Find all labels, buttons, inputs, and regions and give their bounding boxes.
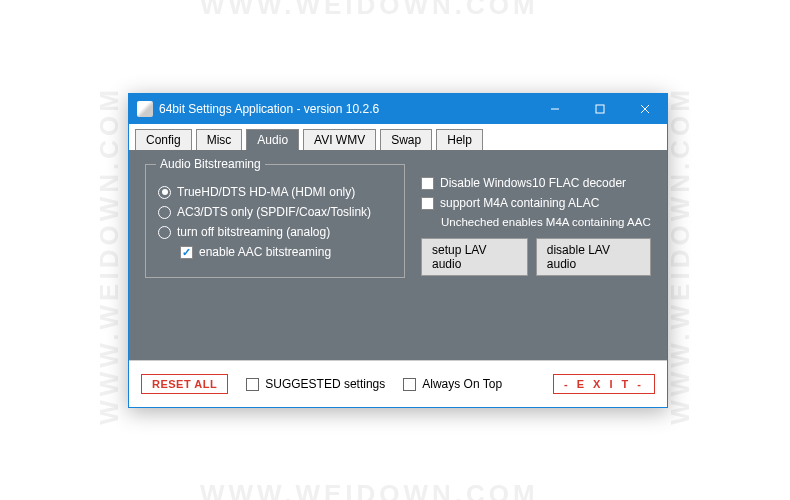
suggested-label: SUGGESTED settings (265, 377, 385, 391)
radio-ac3-label: AC3/DTS only (SPDIF/Coax/Toslink) (177, 205, 371, 219)
group-legend: Audio Bitstreaming (156, 157, 265, 171)
enable-aac-label: enable AAC bitstreaming (199, 245, 331, 259)
checkbox-icon (246, 378, 259, 391)
tabstrip: Config Misc Audio AVI WMV Swap Help (129, 124, 667, 150)
tab-swap[interactable]: Swap (380, 129, 432, 151)
checkbox-icon (403, 378, 416, 391)
radio-truehd-label: TrueHD/DTS HD-MA (HDMI only) (177, 185, 355, 199)
setup-lav-button[interactable]: setup LAV audio (421, 238, 528, 276)
checkbox-always-on-top[interactable]: Always On Top (403, 377, 502, 391)
watermark-bottom: WWW.WEIDOWN.COM (200, 479, 539, 500)
radio-ac3[interactable]: AC3/DTS only (SPDIF/Coax/Toslink) (158, 205, 392, 219)
radio-truehd[interactable]: TrueHD/DTS HD-MA (HDMI only) (158, 185, 392, 199)
svg-rect-1 (596, 105, 604, 113)
radio-icon (158, 186, 171, 199)
tab-config[interactable]: Config (135, 129, 192, 151)
tab-help[interactable]: Help (436, 129, 483, 151)
window-title: 64bit Settings Application - version 10.… (159, 102, 532, 116)
titlebar: 64bit Settings Application - version 10.… (129, 94, 667, 124)
app-icon (137, 101, 153, 117)
app-window: 64bit Settings Application - version 10.… (128, 93, 668, 408)
minimize-button[interactable] (532, 94, 577, 124)
audio-pane: Audio Bitstreaming TrueHD/DTS HD-MA (HDM… (129, 150, 667, 360)
checkbox-icon (421, 197, 434, 210)
always-on-top-label: Always On Top (422, 377, 502, 391)
watermark-left: WWW.WEIDOWN.COM (94, 86, 125, 425)
checkbox-disable-flac[interactable]: Disable Windows10 FLAC decoder (421, 176, 651, 190)
disable-flac-label: Disable Windows10 FLAC decoder (440, 176, 626, 190)
disable-lav-button[interactable]: disable LAV audio (536, 238, 651, 276)
m4a-note: Uncheched enables M4A containing AAC (441, 216, 651, 228)
checkbox-icon (180, 246, 193, 259)
bottombar: RESET ALL SUGGESTED settings Always On T… (129, 360, 667, 407)
right-column: Disable Windows10 FLAC decoder support M… (421, 164, 651, 276)
exit-button[interactable]: - E X I T - (553, 374, 655, 394)
tab-aviwmv[interactable]: AVI WMV (303, 129, 376, 151)
tab-misc[interactable]: Misc (196, 129, 243, 151)
checkbox-support-m4a[interactable]: support M4A containing ALAC (421, 196, 651, 210)
radio-off-label: turn off bitstreaming (analog) (177, 225, 330, 239)
reset-all-button[interactable]: RESET ALL (141, 374, 228, 394)
support-m4a-label: support M4A containing ALAC (440, 196, 599, 210)
checkbox-icon (421, 177, 434, 190)
radio-icon (158, 226, 171, 239)
maximize-button[interactable] (577, 94, 622, 124)
checkbox-enable-aac[interactable]: enable AAC bitstreaming (180, 245, 392, 259)
close-button[interactable] (622, 94, 667, 124)
watermark-right: WWW.WEIDOWN.COM (665, 86, 696, 425)
radio-icon (158, 206, 171, 219)
audio-bitstreaming-group: Audio Bitstreaming TrueHD/DTS HD-MA (HDM… (145, 164, 405, 278)
lav-button-row: setup LAV audio disable LAV audio (421, 238, 651, 276)
radio-off[interactable]: turn off bitstreaming (analog) (158, 225, 392, 239)
watermark-top: WWW.WEIDOWN.COM (200, 0, 539, 21)
tab-audio[interactable]: Audio (246, 129, 299, 151)
checkbox-suggested[interactable]: SUGGESTED settings (246, 377, 385, 391)
